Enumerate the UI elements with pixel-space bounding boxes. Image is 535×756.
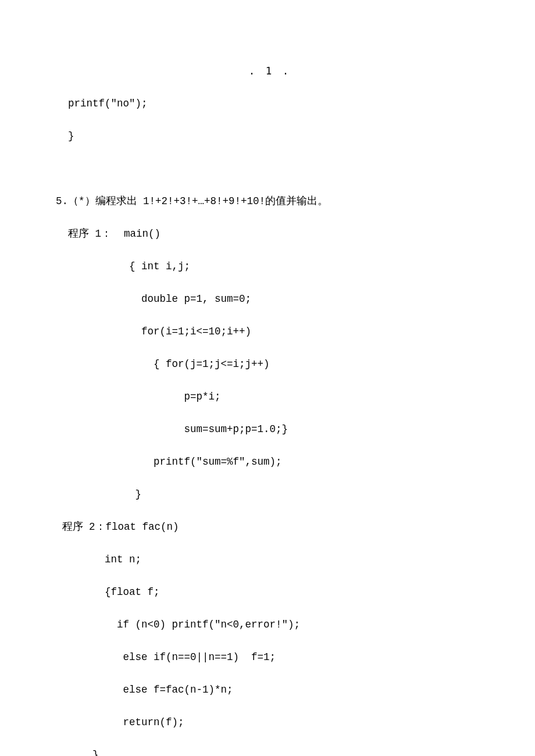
code-line: { int i,j; (56, 258, 484, 274)
code-line: for(i=1;i<=10;i++) (56, 323, 484, 340)
code-line: else f=fac(n-1)*n; (56, 682, 484, 698)
program-2-label: 程序 2：float fac(n) (56, 519, 484, 535)
code-line: p=p*i; (56, 388, 484, 405)
code-line: sum=sum+p;p=1.0;} (56, 421, 484, 437)
code-line: } (56, 747, 484, 756)
code-line: printf("sum=%f",sum); (56, 454, 484, 470)
blank-line (56, 161, 484, 177)
code-line: {float f; (56, 584, 484, 600)
code-line: if (n<0) printf("n<0,error!"); (56, 616, 484, 633)
code-line: double p=1, sum=0; (56, 291, 484, 307)
code-line: printf("no"); (56, 95, 484, 112)
code-line: } (56, 128, 484, 144)
question-title: 5.（*）编程求出 1!+2!+3!+…+8!+9!+10!的值并输出。 (56, 193, 484, 209)
code-line: { for(j=1;j<=i;j++) (56, 356, 484, 372)
code-line: } (56, 486, 484, 502)
code-line: return(f); (56, 714, 484, 730)
code-line: int n; (56, 551, 484, 568)
document-page: . 1 . printf("no"); } 5.（*）编程求出 1!+2!+3!… (0, 0, 535, 756)
program-1-label: 程序 1： main() (56, 226, 484, 242)
code-line: else if(n==0||n==1) f=1; (56, 649, 484, 665)
page-number-top: . 1 . (56, 63, 484, 79)
